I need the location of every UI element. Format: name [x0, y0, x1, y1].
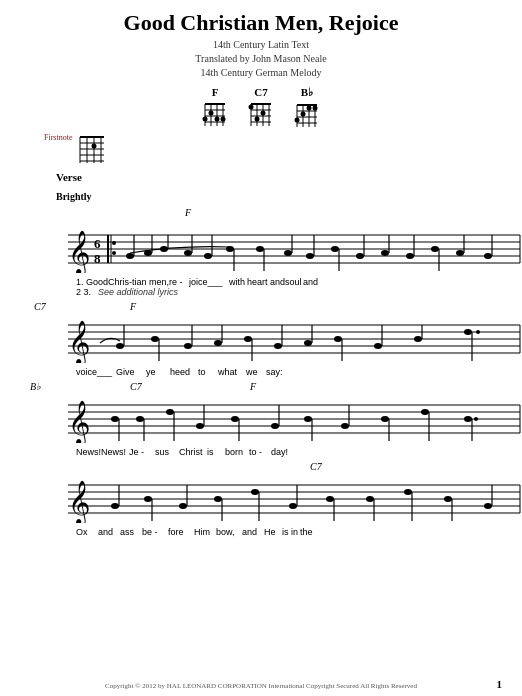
- svg-point-176: [484, 503, 492, 509]
- lyric: joice___: [189, 277, 229, 287]
- lyrics-row3: News! News! Je - sus Christ is born to -…: [76, 447, 502, 457]
- svg-point-126: [111, 416, 119, 422]
- copyright-text: Copyright © 2012 by HAL LEONARD CORPORAT…: [105, 682, 417, 690]
- svg-point-140: [341, 423, 349, 429]
- staff-row-1: F 𝄞 6 8: [20, 207, 502, 297]
- svg-point-63: [184, 250, 192, 256]
- svg-text:𝄞: 𝄞: [68, 400, 90, 443]
- lyric: 2 3.: [76, 287, 98, 297]
- svg-point-108: [304, 340, 312, 346]
- svg-point-9: [203, 117, 208, 122]
- svg-point-55: [112, 241, 116, 245]
- subtitle: 14th Century Latin Text Translated by Jo…: [20, 38, 502, 80]
- lyric: tian men,: [132, 277, 169, 287]
- svg-point-110: [334, 336, 342, 342]
- lyric: sus: [155, 447, 179, 457]
- svg-point-144: [421, 409, 429, 415]
- lyric: to -: [249, 447, 271, 457]
- chord-markers-row4: C7: [20, 461, 502, 473]
- lyric: is: [207, 447, 225, 457]
- svg-point-130: [166, 409, 174, 415]
- chord-f-marker-row1: F: [185, 207, 191, 218]
- staff-row-2: C7 F 𝄞: [20, 301, 502, 377]
- svg-point-33: [301, 112, 306, 117]
- svg-point-164: [251, 489, 259, 495]
- svg-point-138: [304, 416, 312, 422]
- svg-point-20: [249, 105, 254, 110]
- lyric: Ox: [76, 527, 98, 537]
- lyric: say:: [266, 367, 286, 377]
- svg-point-44: [92, 144, 97, 149]
- tempo-label: Brightly: [56, 191, 92, 202]
- svg-point-128: [136, 416, 144, 422]
- chord-bb: B♭: [293, 86, 321, 129]
- ukulele-section: Firstnote: [44, 133, 502, 165]
- svg-point-172: [404, 489, 412, 495]
- footer: Copyright © 2012 by HAL LEONARD CORPORAT…: [0, 682, 522, 690]
- svg-point-57: [126, 253, 134, 259]
- svg-point-132: [196, 423, 204, 429]
- lyric: what: [218, 367, 246, 377]
- lyric: Chris-: [108, 277, 132, 287]
- svg-point-73: [306, 253, 314, 259]
- lyric: heart and: [247, 277, 285, 287]
- svg-point-158: [144, 496, 152, 502]
- svg-point-104: [244, 336, 252, 342]
- svg-point-65: [204, 253, 212, 259]
- song-title: Good Christian Men, Rejoice: [20, 10, 502, 36]
- lyric: 1. Good: [76, 277, 108, 287]
- lyric: day!: [271, 447, 289, 457]
- lyric: and: [303, 277, 319, 287]
- lyrics-row1b: 2 3. See additional lyrics: [76, 287, 502, 297]
- lyric: News!: [101, 447, 129, 457]
- chord-c7-marker-row3: C7: [130, 381, 142, 392]
- lyric: we: [246, 367, 266, 377]
- svg-point-83: [431, 246, 439, 252]
- svg-point-56: [112, 251, 116, 255]
- svg-point-174: [444, 496, 452, 502]
- chord-markers-row2: C7 F: [20, 301, 502, 313]
- svg-point-160: [179, 503, 187, 509]
- svg-point-98: [151, 336, 159, 342]
- subtitle-line2: Translated by John Mason Neale: [20, 52, 502, 66]
- svg-point-79: [381, 250, 389, 256]
- lyrics-row2: voice___ Give ye heed to what we say:: [76, 367, 502, 377]
- lyric: born: [225, 447, 249, 457]
- svg-point-77: [356, 253, 364, 259]
- staff-svg-row1: 𝄞 6 8: [40, 221, 522, 273]
- svg-point-21: [261, 111, 266, 116]
- lyric-additional: See additional lyrics: [98, 287, 178, 297]
- staff-svg-row3: 𝄞: [40, 393, 522, 443]
- chord-markers-row1: F: [20, 207, 502, 221]
- verse-label: Verse: [56, 171, 82, 183]
- lyric: with: [229, 277, 247, 287]
- lyric: Je -: [129, 447, 155, 457]
- chord-diagrams-row: F C7: [20, 86, 502, 129]
- svg-point-142: [381, 416, 389, 422]
- lyric: ye: [146, 367, 170, 377]
- svg-point-100: [184, 343, 192, 349]
- lyric: Him: [194, 527, 216, 537]
- svg-point-170: [366, 496, 374, 502]
- lyric: and: [98, 527, 120, 537]
- svg-point-81: [406, 253, 414, 259]
- svg-point-146: [464, 416, 472, 422]
- lyric: ass: [120, 527, 142, 537]
- lyric: Christ: [179, 447, 207, 457]
- staff-row-4: C7 𝄞: [20, 461, 502, 537]
- svg-point-156: [111, 503, 119, 509]
- lyric: soul: [285, 277, 303, 287]
- svg-point-162: [214, 496, 222, 502]
- svg-point-10: [215, 117, 220, 122]
- chord-f-diagram: [201, 100, 229, 128]
- chord-c7: C7: [247, 86, 275, 129]
- page-number: 1: [497, 678, 503, 690]
- svg-point-71: [284, 250, 292, 256]
- firstnote-diagram: [76, 133, 108, 165]
- svg-point-102: [214, 340, 222, 346]
- page: Good Christian Men, Rejoice 14th Century…: [0, 0, 522, 696]
- title-section: Good Christian Men, Rejoice 14th Century…: [20, 10, 502, 80]
- chord-f: F: [201, 86, 229, 129]
- lyric: the: [300, 527, 318, 537]
- lyric: to: [198, 367, 218, 377]
